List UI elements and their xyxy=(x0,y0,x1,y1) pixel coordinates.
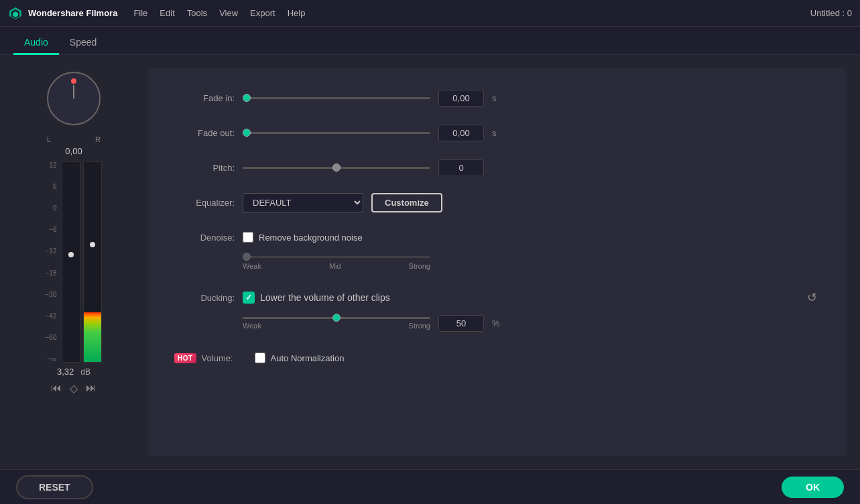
transport-diamond[interactable]: ◇ xyxy=(70,382,78,395)
denoise-mid-label: Mid xyxy=(329,262,341,270)
lr-labels: L R xyxy=(47,135,101,143)
denoise-slider-container: Weak Mid Strong xyxy=(243,256,430,270)
denoise-checkbox-label[interactable]: Remove background noise xyxy=(243,232,363,243)
ducking-percent-unit: % xyxy=(492,318,503,328)
vu-bars xyxy=(62,162,102,363)
db-value: 3,32 xyxy=(57,367,74,377)
menu-bar: File Edit Tools View Export Help xyxy=(133,8,810,18)
ducking-weak-label: Weak xyxy=(243,322,261,330)
titlebar: Wondershare Filmora File Edit Tools View… xyxy=(0,0,860,27)
customize-button[interactable]: Customize xyxy=(371,193,442,212)
app-name: Wondershare Filmora xyxy=(28,8,117,18)
menu-tools[interactable]: Tools xyxy=(187,8,207,18)
main-content: L R 0,00 12 6 0 −6 −12 −18 −30 −42 −60 −… xyxy=(0,55,860,469)
knob-value: 0,00 xyxy=(65,146,82,156)
vu-bar-right xyxy=(83,162,102,363)
knob-circle xyxy=(47,72,101,125)
fade-out-label: Fade out: xyxy=(174,128,235,138)
left-label: L xyxy=(47,135,51,143)
knob-indicator-dot xyxy=(71,78,76,84)
ducking-slider-markers: Weak Strong xyxy=(243,322,430,330)
volume-row: HOT Volume: Auto Normalization xyxy=(174,347,820,369)
checkmark-icon: ✓ xyxy=(245,293,252,302)
ducking-bottom-row: Weak Strong % xyxy=(243,312,820,334)
denoise-checkbox-text: Remove background noise xyxy=(259,233,363,243)
menu-view[interactable]: View xyxy=(219,8,238,18)
denoise-strong-label: Strong xyxy=(409,262,430,270)
denoise-slider[interactable] xyxy=(243,256,430,258)
reset-button[interactable]: RESET xyxy=(16,475,93,499)
auto-normalization-text: Auto Normalization xyxy=(271,353,345,363)
window-title: Untitled : 0 xyxy=(810,8,852,18)
fade-out-slider-container xyxy=(243,132,430,134)
vu-labels: 12 6 0 −6 −12 −18 −30 −42 −60 −∞ xyxy=(46,162,60,363)
menu-help[interactable]: Help xyxy=(288,8,306,18)
equalizer-label: Equalizer: xyxy=(174,198,235,208)
denoise-slider-row: Weak Mid Strong xyxy=(243,252,820,273)
vu-dot-right xyxy=(90,242,95,247)
equalizer-row: Equalizer: DEFAULT Classical Dance Folk … xyxy=(174,192,820,213)
db-container: 3,32 dB xyxy=(57,367,90,377)
pitch-slider[interactable] xyxy=(243,167,430,169)
ducking-strong-label: Strong xyxy=(409,322,430,330)
knob-indicator-line xyxy=(73,85,74,99)
hot-badge: HOT xyxy=(174,353,196,363)
denoise-label: Denoise: xyxy=(174,233,235,243)
ducking-checked-icon[interactable]: ✓ xyxy=(243,292,255,304)
fade-in-slider[interactable] xyxy=(243,97,430,99)
tabs-bar: Audio Speed xyxy=(0,27,860,55)
ducking-percent-input[interactable] xyxy=(438,315,484,332)
transport-controls: ⏮ ◇ ⏭ xyxy=(51,382,97,395)
denoise-weak-label: Weak xyxy=(243,262,261,270)
fade-out-unit: s xyxy=(492,128,503,138)
pitch-input[interactable] xyxy=(438,160,484,176)
tab-audio[interactable]: Audio xyxy=(13,32,59,55)
pitch-row: Pitch: xyxy=(174,157,820,178)
pitch-label: Pitch: xyxy=(174,163,235,173)
ducking-checkbox-wrapper: ✓ Lower the volume of other clips xyxy=(243,292,796,304)
menu-file[interactable]: File xyxy=(133,8,147,18)
db-unit: dB xyxy=(80,367,90,377)
ok-button[interactable]: OK xyxy=(782,477,844,498)
app-logo-icon xyxy=(8,6,23,21)
ducking-reset-button[interactable]: ↺ xyxy=(804,288,820,308)
denoise-row: Denoise: Remove background noise xyxy=(174,227,820,248)
vu-meter: 12 6 0 −6 −12 −18 −30 −42 −60 −∞ xyxy=(46,162,103,363)
auto-normalization-checkbox[interactable] xyxy=(255,353,265,363)
equalizer-select[interactable]: DEFAULT Classical Dance Folk Heavy Metal… xyxy=(243,193,363,212)
pan-knob[interactable] xyxy=(44,68,104,129)
volume-label: Volume: xyxy=(202,353,233,363)
ducking-checkbox-text: Lower the volume of other clips xyxy=(260,292,390,303)
fade-out-slider[interactable] xyxy=(243,132,430,134)
ducking-top-row: Ducking: ✓ Lower the volume of other cli… xyxy=(174,287,820,308)
bottom-bar: RESET OK xyxy=(0,469,860,504)
tab-speed[interactable]: Speed xyxy=(59,32,107,55)
transport-next[interactable]: ⏭ xyxy=(86,382,97,395)
fade-out-input[interactable] xyxy=(438,125,484,141)
right-panel: Fade in: s Fade out: s Pitch: Eq xyxy=(147,68,847,456)
fade-in-label: Fade in: xyxy=(174,93,235,103)
pitch-slider-container xyxy=(243,167,430,169)
left-panel: L R 0,00 12 6 0 −6 −12 −18 −30 −42 −60 −… xyxy=(13,68,134,456)
vu-bar-left xyxy=(62,162,80,363)
fade-in-unit: s xyxy=(492,93,503,103)
menu-edit[interactable]: Edit xyxy=(160,8,174,18)
denoise-checkbox[interactable] xyxy=(243,232,253,243)
ducking-slider[interactable] xyxy=(243,317,430,319)
fade-in-slider-container xyxy=(243,97,430,99)
fade-in-row: Fade in: s xyxy=(174,87,820,109)
vu-dot-left xyxy=(68,252,74,257)
fade-out-row: Fade out: s xyxy=(174,122,820,143)
ducking-label: Ducking: xyxy=(174,293,235,303)
right-label: R xyxy=(95,135,101,143)
denoise-slider-markers: Weak Mid Strong xyxy=(243,262,430,270)
transport-prev[interactable]: ⏮ xyxy=(51,382,62,395)
fade-in-input[interactable] xyxy=(438,90,484,107)
ducking-slider-container: Weak Strong xyxy=(243,317,430,330)
menu-export[interactable]: Export xyxy=(250,8,275,18)
auto-normalization-label[interactable]: Auto Normalization xyxy=(255,353,345,363)
